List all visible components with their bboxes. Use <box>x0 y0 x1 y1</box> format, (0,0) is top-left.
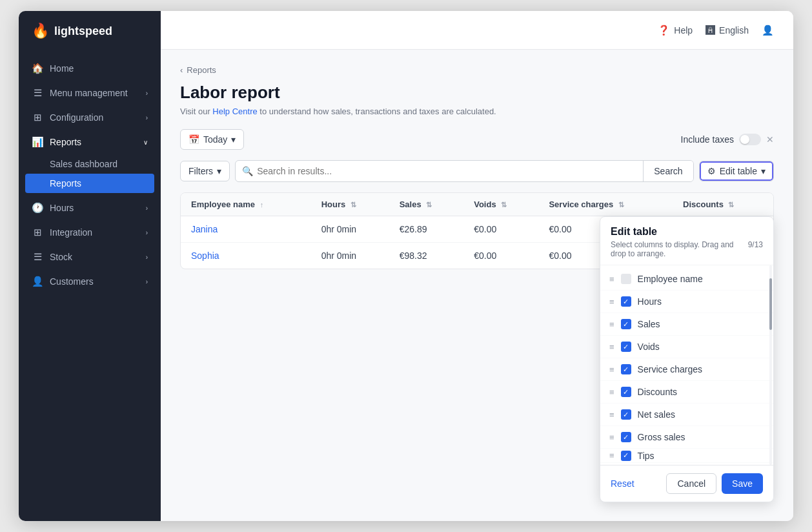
sidebar-item-customers[interactable]: 👤 Customers › <box>19 269 161 294</box>
column-item-gross-sales[interactable]: ≡ Gross sales <box>600 426 773 449</box>
sidebar-nav: 🏠 Home ☰ Menu management › ⊞ Configurati… <box>19 51 161 521</box>
sidebar: 🔥 lightspeed 🏠 Home ☰ Menu management › … <box>19 11 161 521</box>
col-checkbox-tips[interactable] <box>621 451 631 461</box>
col-voids[interactable]: Voids ⇅ <box>463 193 538 216</box>
date-picker-button[interactable]: 📅 Today ▾ <box>180 129 244 150</box>
search-input[interactable] <box>257 166 636 176</box>
date-label: Today <box>203 134 227 145</box>
edit-table-button[interactable]: ⚙ Edit table ▾ <box>699 161 774 181</box>
drag-handle-sales: ≡ <box>609 320 614 329</box>
language-selector[interactable]: 🅰 English <box>705 25 749 36</box>
logo[interactable]: 🔥 lightspeed <box>19 11 161 51</box>
edit-table-panel: Edit table Select columns to display. Dr… <box>600 216 774 502</box>
sidebar-item-hours[interactable]: 🕐 Hours › <box>19 196 161 220</box>
sidebar-item-stock[interactable]: ☰ Stock › <box>19 245 161 269</box>
scrollbar-thumb[interactable] <box>769 278 772 330</box>
language-label: English <box>719 25 749 36</box>
sidebar-item-configuration[interactable]: ⊞ Configuration › <box>19 105 161 130</box>
content-area: ‹ Reports Labor report Visit our Help Ce… <box>161 50 793 521</box>
sidebar-item-menu-management[interactable]: ☰ Menu management › <box>19 81 161 105</box>
save-button[interactable]: Save <box>722 473 763 494</box>
col-checkbox-gross-sales[interactable] <box>621 432 631 442</box>
toolbar: 📅 Today ▾ Include taxes ✕ <box>180 129 774 150</box>
col-employee-name[interactable]: Employee name ↑ <box>181 193 311 216</box>
edit-panel-footer: Reset Cancel Save <box>600 465 773 502</box>
col-sales[interactable]: Sales ⇅ <box>389 193 464 216</box>
col-discounts[interactable]: Discounts ⇅ <box>673 193 773 216</box>
sidebar-item-reports-sub[interactable]: Reports <box>25 174 154 193</box>
employee-link-janina[interactable]: Janina <box>191 224 218 234</box>
sidebar-item-integration[interactable]: ⊞ Integration › <box>19 220 161 245</box>
page-title: Labor report <box>180 83 774 103</box>
col-label-tips: Tips <box>638 451 655 461</box>
col-label-service: Service charges <box>638 364 702 374</box>
sort-icon-voids: ⇅ <box>501 201 507 209</box>
col-checkbox-net-sales[interactable] <box>621 409 631 420</box>
chevron-right-icon-2: › <box>146 114 148 121</box>
column-item-sales[interactable]: ≡ Sales <box>600 313 773 336</box>
column-count: 9/13 <box>748 240 763 258</box>
search-button[interactable]: Search <box>643 161 693 181</box>
user-menu[interactable]: 👤 <box>762 25 774 36</box>
include-taxes-close[interactable]: ✕ <box>766 134 774 145</box>
sidebar-item-sales-dashboard[interactable]: Sales dashboard <box>19 154 161 174</box>
col-checkbox-voids[interactable] <box>621 342 631 352</box>
cell-employee-janina: Janina <box>181 216 311 243</box>
hours-icon: 🕐 <box>32 202 43 214</box>
breadcrumb-arrow: ‹ <box>180 65 183 75</box>
column-item-employee-name[interactable]: ≡ Employee name <box>600 268 773 291</box>
cancel-button[interactable]: Cancel <box>666 473 716 494</box>
help-centre-link[interactable]: Help Centre <box>212 107 257 116</box>
column-item-net-sales[interactable]: ≡ Net sales <box>600 404 773 426</box>
column-list: ≡ Employee name ≡ Hours ≡ Sales <box>600 265 773 465</box>
integration-icon: ⊞ <box>32 227 43 238</box>
chevron-down-icon-date: ▾ <box>231 134 236 145</box>
column-item-tips[interactable]: ≡ Tips <box>600 449 773 463</box>
col-checkbox-service[interactable] <box>621 364 631 374</box>
reports-sub-label: Reports <box>50 178 81 189</box>
breadcrumb-parent[interactable]: Reports <box>187 65 216 75</box>
reports-submenu: Sales dashboard Reports <box>19 154 161 196</box>
sidebar-item-home[interactable]: 🏠 Home <box>19 56 161 81</box>
filters-button[interactable]: Filters ▾ <box>180 161 230 181</box>
user-icon: 👤 <box>762 25 774 36</box>
col-label-gross-sales: Gross sales <box>638 432 685 442</box>
col-service-charges[interactable]: Service charges ⇅ <box>538 193 673 216</box>
reset-button[interactable]: Reset <box>611 478 634 489</box>
column-item-discounts[interactable]: ≡ Discounts <box>600 381 773 404</box>
col-label-employee: Employee name <box>638 274 703 284</box>
col-checkbox-employee[interactable] <box>621 274 631 284</box>
footer-buttons: Cancel Save <box>666 473 763 494</box>
include-taxes-toggle[interactable] <box>739 134 761 145</box>
drag-handle-gross-sales: ≡ <box>609 433 614 442</box>
logo-icon: 🔥 <box>32 23 49 39</box>
col-checkbox-sales[interactable] <box>621 319 631 329</box>
sidebar-item-home-label: Home <box>50 63 74 74</box>
sidebar-item-reports[interactable]: 📊 Reports ∨ <box>19 130 161 154</box>
search-input-wrapper: 🔍 <box>236 161 643 181</box>
column-item-voids[interactable]: ≡ Voids <box>600 336 773 358</box>
chevron-right-icon-3: › <box>146 205 148 212</box>
help-label: Help <box>674 25 693 36</box>
cell-hours-janina: 0hr 0min <box>311 216 389 243</box>
sidebar-item-customers-label: Customers <box>50 276 94 287</box>
column-item-service-charges[interactable]: ≡ Service charges <box>600 358 773 381</box>
sort-asc-icon: ↑ <box>260 201 264 209</box>
home-icon: 🏠 <box>32 63 43 74</box>
column-item-hours[interactable]: ≡ Hours <box>600 291 773 313</box>
cell-hours-sophia: 0hr 0min <box>311 243 389 269</box>
col-checkbox-discounts[interactable] <box>621 387 631 397</box>
sales-dashboard-label: Sales dashboard <box>50 159 117 169</box>
employee-link-sophia[interactable]: Sophia <box>191 251 219 261</box>
sort-icon-sales: ⇅ <box>426 201 432 209</box>
help-button[interactable]: ❓ Help <box>658 25 693 36</box>
drag-handle-icon: ≡ <box>609 274 614 284</box>
help-icon: ❓ <box>658 25 670 36</box>
col-checkbox-hours[interactable] <box>621 296 631 307</box>
chevron-right-icon-5: › <box>146 254 148 261</box>
sidebar-item-hours-label: Hours <box>50 203 74 213</box>
chevron-down-icon: ∨ <box>143 139 148 146</box>
sidebar-item-stock-label: Stock <box>50 252 72 262</box>
col-hours[interactable]: Hours ⇅ <box>311 193 389 216</box>
edit-panel-header: Edit table Select columns to display. Dr… <box>600 217 773 265</box>
